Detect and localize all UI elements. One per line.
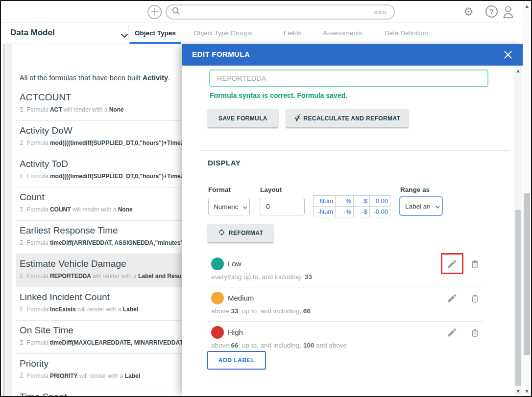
edit-label-icon[interactable] bbox=[447, 258, 458, 271]
formula-list-item[interactable]: Activity ToD ΣFormula mod((((timediff(SU… bbox=[16, 154, 182, 187]
display-section-heading: DISPLAY bbox=[208, 159, 241, 167]
formula-title: ACTCOUNT bbox=[20, 92, 182, 103]
modal-scrollbar-thumb[interactable] bbox=[515, 210, 521, 386]
delete-label-icon[interactable] bbox=[470, 259, 480, 271]
sigma-icon: Σ bbox=[20, 339, 24, 346]
add-button[interactable] bbox=[147, 5, 162, 19]
formula-summary: ΣFormula timeDiff(ARRIVEDDAT, ASSIGNEDDA… bbox=[20, 239, 182, 246]
scroll-up-icon[interactable]: ▲ bbox=[514, 69, 522, 73]
close-icon[interactable] bbox=[504, 51, 512, 59]
top-bar: ooo ⚙ ? bbox=[1, 1, 531, 23]
range-label-row: High above 66; up to, and including, 100… bbox=[208, 322, 484, 355]
save-formula-button[interactable]: SAVE FORMULA bbox=[208, 109, 278, 127]
sigma-icon: Σ bbox=[20, 140, 24, 146]
formula-status-message: Formula syntax is correct. Formula saved… bbox=[210, 92, 347, 99]
formula-list-item[interactable]: Activity DoW ΣFormula mod((((timediff(SU… bbox=[16, 121, 182, 154]
sigma-icon: Σ bbox=[20, 239, 24, 246]
page-scrollbar[interactable]: ▲ ▼ bbox=[523, 1, 531, 396]
range-label-row: Medium above 33; up to, and including, 6… bbox=[208, 287, 484, 322]
formula-title: Count bbox=[20, 192, 182, 203]
reformat-button[interactable]: REFORMAT bbox=[208, 224, 273, 242]
label-range-description: above 33; up to, and including, 66 bbox=[211, 307, 484, 315]
formula-list-item[interactable]: Priority ΣFormula PRIORITY will render w… bbox=[16, 354, 182, 387]
formula-list-item[interactable]: On Site Time ΣFormula timeDiff(MAXCLEARE… bbox=[16, 321, 182, 354]
format-select[interactable]: Numeric bbox=[208, 198, 250, 215]
left-scroll-gutter[interactable] bbox=[3, 44, 12, 396]
formula-summary: ΣFormula mod((((timediff(SUPPLIED_DT,0,"… bbox=[20, 173, 182, 180]
edit-label-icon[interactable] bbox=[447, 293, 458, 305]
tab-fields[interactable]: Fields bbox=[284, 23, 301, 44]
format-preview-cell: $ bbox=[354, 196, 370, 207]
format-preview-cell: -0.00 bbox=[370, 207, 390, 217]
format-preview-cell: 0.00 bbox=[370, 196, 390, 207]
scroll-down-icon[interactable]: ▼ bbox=[514, 389, 522, 394]
formula-title: On Site Time bbox=[20, 325, 182, 336]
range-as-select[interactable]: Label an bbox=[399, 196, 443, 216]
search-input[interactable] bbox=[184, 8, 374, 16]
modal-header: EDIT FORMULA bbox=[182, 44, 524, 66]
label-range-description: everything up to, and including, 33 bbox=[211, 273, 484, 280]
sigma-icon: Σ bbox=[20, 106, 24, 113]
formula-title: Linked Incident Count bbox=[20, 292, 182, 303]
chevron-down-icon bbox=[243, 203, 247, 210]
layout-input[interactable] bbox=[260, 198, 305, 215]
search-more-icon[interactable]: ooo bbox=[374, 9, 387, 16]
format-preview-cell: -% bbox=[336, 207, 354, 217]
formula-list: ACTCOUNT ΣFormula ACT will render with a… bbox=[16, 88, 182, 396]
label-color-dot bbox=[211, 326, 224, 339]
formula-title: Earliest Response Time bbox=[20, 225, 182, 236]
sigma-icon: Σ bbox=[20, 306, 24, 313]
tab-data-definition[interactable]: Data Definition bbox=[385, 23, 428, 44]
formula-intro-text: All of the formulas that have been built… bbox=[20, 74, 181, 82]
chevron-down-icon bbox=[121, 31, 128, 40]
delete-label-icon[interactable] bbox=[470, 328, 480, 339]
tab-assessments[interactable]: Assessments bbox=[323, 23, 362, 44]
delete-label-icon[interactable] bbox=[470, 294, 480, 305]
tab-object-type-groups[interactable]: Object Type Groups bbox=[193, 23, 252, 44]
format-field-label: Format bbox=[208, 186, 231, 193]
formula-list-item[interactable]: Count ΣFormula COUNT will render with a … bbox=[16, 187, 182, 221]
add-label-button[interactable]: ADD LABEL bbox=[207, 351, 266, 370]
label-name: Medium bbox=[228, 291, 484, 304]
user-profile-icon[interactable] bbox=[502, 5, 515, 21]
formula-summary: ΣFormula COUNT will render with a None bbox=[20, 206, 182, 213]
plus-icon bbox=[151, 8, 158, 17]
settings-gear-icon[interactable]: ⚙ bbox=[463, 5, 474, 18]
formula-list-item[interactable]: Time Spent bbox=[16, 387, 182, 396]
formula-title: Priority bbox=[20, 358, 182, 369]
range-as-field-label: Range as bbox=[400, 186, 430, 193]
sqrt-x-icon: √x bbox=[294, 114, 300, 123]
sigma-icon: Σ bbox=[20, 373, 24, 379]
sigma-icon: Σ bbox=[20, 273, 24, 280]
data-model-dropdown[interactable]: Data Model bbox=[1, 23, 128, 44]
modal-scrollbar[interactable]: ▲ ▼ bbox=[514, 66, 522, 396]
label-color-dot bbox=[211, 292, 224, 304]
help-icon[interactable]: ? bbox=[485, 5, 498, 18]
format-preview-cell: -$ bbox=[354, 207, 370, 217]
page-scrollbar-thumb[interactable] bbox=[524, 193, 530, 355]
formula-summary: ΣFormula REPORTEDDA will render with a L… bbox=[20, 273, 182, 280]
label-range-description: above 66; up to, and including, 100 and … bbox=[211, 342, 484, 349]
scroll-up-icon[interactable]: ▲ bbox=[523, 4, 531, 8]
formula-list-item[interactable]: Estimate Vehicle Damage ΣFormula REPORTE… bbox=[16, 254, 182, 287]
recalculate-reformat-button[interactable]: √x RECALCULATE AND REFORMAT bbox=[286, 109, 409, 127]
format-preview-table: Num%$0.00-Num-%-$-0.00 bbox=[313, 195, 390, 217]
tab-object-types[interactable]: Object Types bbox=[135, 23, 176, 44]
formula-title: Time Spent bbox=[20, 392, 182, 396]
sigma-icon: Σ bbox=[20, 206, 24, 213]
formula-summary: ΣFormula IncExists will render with a La… bbox=[20, 306, 182, 313]
formula-summary: ΣFormula mod((((timediff(SUPPLIED_DT,0,"… bbox=[20, 140, 182, 146]
formula-list-item[interactable]: ACTCOUNT ΣFormula ACT will render with a… bbox=[16, 88, 182, 121]
formula-list-item[interactable]: Linked Incident Count ΣFormula IncExists… bbox=[16, 287, 182, 321]
formula-title: Activity DoW bbox=[20, 125, 182, 136]
formula-expression-input[interactable] bbox=[209, 70, 488, 87]
format-preview-cell: Num bbox=[314, 196, 336, 207]
formula-list-item[interactable]: Earliest Response Time ΣFormula timeDiff… bbox=[16, 221, 182, 254]
edit-label-icon[interactable] bbox=[447, 327, 458, 340]
data-model-label: Data Model bbox=[10, 28, 55, 38]
layout-field-label: Layout bbox=[260, 186, 282, 193]
label-color-dot bbox=[211, 257, 224, 270]
global-search: ooo bbox=[166, 4, 395, 20]
scroll-down-icon[interactable]: ▼ bbox=[523, 389, 531, 394]
sigma-icon: Σ bbox=[20, 173, 24, 180]
